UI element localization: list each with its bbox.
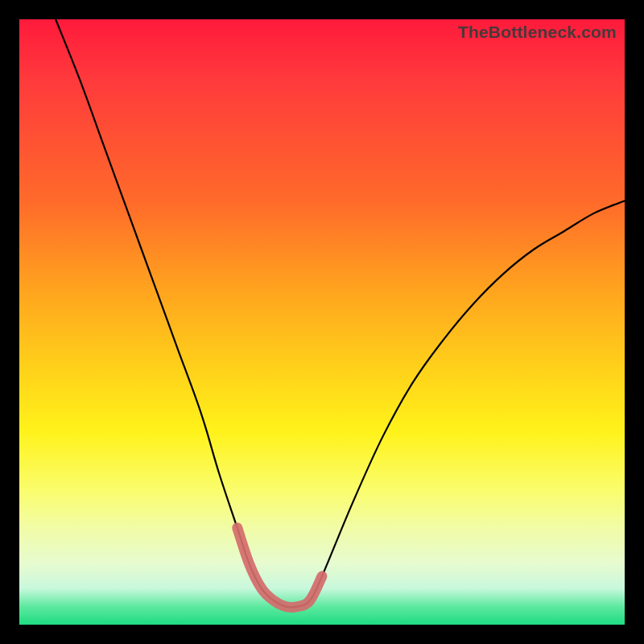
plot-area: TheBottleneck.com [19,19,625,625]
valley-highlight-path [237,528,322,608]
chart-frame: TheBottleneck.com [0,0,644,644]
chart-svg [19,19,625,625]
bottleneck-curve-path [56,19,625,607]
